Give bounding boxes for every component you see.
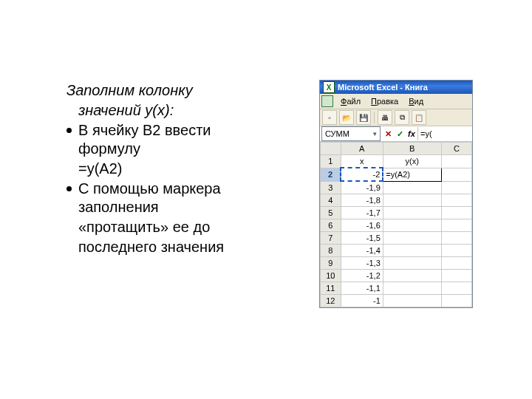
bullet-list: В ячейку В2 ввести формулу =y(A2) С помо…: [66, 121, 303, 256]
table-row: 9 -1,3: [321, 257, 472, 270]
print-icon[interactable]: 🖶: [378, 110, 392, 125]
menu-view[interactable]: Вид: [404, 97, 428, 106]
save-icon[interactable]: 💾: [356, 110, 371, 125]
name-box-text: СУММ: [325, 129, 349, 138]
table-row: 4 -1,8: [321, 194, 472, 207]
row-header[interactable]: 7: [321, 232, 341, 245]
cell-C1[interactable]: [441, 155, 471, 168]
cell[interactable]: [383, 194, 441, 207]
table-row: 2 -2 =y(A2): [321, 168, 472, 181]
table-row: 11 -1,1: [321, 282, 472, 295]
row-header[interactable]: 4: [321, 194, 341, 207]
name-box[interactable]: СУММ ▾: [321, 126, 381, 141]
row-header[interactable]: 1: [321, 155, 341, 168]
cell[interactable]: -1: [341, 295, 383, 307]
cell[interactable]: [441, 257, 471, 270]
lead-line-1: Заполним колонку: [66, 81, 303, 100]
table-row: 1 x y(x): [321, 155, 472, 168]
row-header[interactable]: 10: [321, 270, 341, 282]
cancel-icon[interactable]: ✕: [383, 129, 393, 139]
cell[interactable]: [441, 270, 471, 282]
bullet-1-line-2: формулу: [78, 140, 303, 158]
select-all-corner[interactable]: [321, 143, 341, 155]
cell[interactable]: -1,4: [341, 245, 383, 257]
cell[interactable]: [441, 245, 471, 257]
cell[interactable]: [441, 181, 471, 194]
cell[interactable]: [383, 181, 441, 194]
cell[interactable]: -1,1: [341, 282, 383, 295]
row-header[interactable]: 2: [321, 168, 341, 181]
cell[interactable]: [383, 282, 441, 295]
cell[interactable]: [383, 219, 441, 232]
cell[interactable]: [383, 270, 441, 282]
row-header[interactable]: 5: [321, 207, 341, 219]
workbook-icon: [321, 95, 333, 107]
row-header[interactable]: 3: [321, 181, 341, 194]
col-header-C[interactable]: C: [441, 143, 471, 155]
cell[interactable]: -1,3: [341, 257, 383, 270]
col-header-B[interactable]: B: [383, 143, 441, 155]
formula-bar: СУММ ▾ ✕ ✓ fx =y(: [320, 126, 472, 142]
menu-edit[interactable]: Правка: [366, 97, 403, 106]
cell[interactable]: [441, 295, 471, 307]
copy-icon[interactable]: ⧉: [395, 110, 409, 125]
cell[interactable]: [441, 207, 471, 219]
row-header[interactable]: 12: [321, 295, 341, 307]
formula-input[interactable]: =y(: [417, 127, 472, 140]
cell[interactable]: -1,7: [341, 207, 383, 219]
cell[interactable]: -1,5: [341, 232, 383, 245]
confirm-icon[interactable]: ✓: [395, 129, 405, 139]
bullet-2: С помощью маркера заполнения «протащить»…: [66, 180, 303, 256]
table-row: 12 -1: [321, 295, 472, 307]
paste-icon[interactable]: 📋: [412, 110, 426, 125]
cell-A2[interactable]: -2: [341, 168, 383, 181]
cell[interactable]: [383, 207, 441, 219]
cell[interactable]: [383, 257, 441, 270]
row-header[interactable]: 9: [321, 257, 341, 270]
cell[interactable]: -1,9: [341, 181, 383, 194]
bullet-2-line-2: заполнения: [78, 198, 303, 216]
bullet-1: В ячейку В2 ввести формулу =y(A2): [66, 121, 303, 178]
dropdown-icon[interactable]: ▾: [373, 130, 377, 137]
cell-B2-active[interactable]: =y(A2): [383, 168, 441, 181]
cell[interactable]: -1,2: [341, 270, 383, 282]
toolbar: ▫ 📂 💾 🖶 ⧉ 📋: [320, 109, 472, 126]
excel-logo-icon: X: [323, 81, 335, 93]
cell[interactable]: [383, 295, 441, 307]
window-title: Microsoft Excel - Книга: [338, 83, 428, 92]
menu-file[interactable]: Файл: [336, 97, 365, 106]
excel-window: X Microsoft Excel - Книга Файл Правка Ви…: [319, 80, 473, 308]
cell[interactable]: [441, 194, 471, 207]
cell[interactable]: [441, 232, 471, 245]
table-row: 8 -1,4: [321, 245, 472, 257]
cell-C2[interactable]: [441, 168, 471, 181]
col-header-A[interactable]: A: [341, 143, 383, 155]
bullet-1-line-3: =y(A2): [78, 160, 303, 178]
row-header[interactable]: 8: [321, 245, 341, 257]
cell[interactable]: [441, 282, 471, 295]
menu-bar: Файл Правка Вид: [320, 94, 472, 109]
table-row: 3 -1,9: [321, 181, 472, 194]
toolbar-separator: [374, 112, 375, 123]
open-icon[interactable]: 📂: [339, 110, 354, 125]
fx-icon[interactable]: fx: [406, 129, 417, 139]
cell-B1[interactable]: y(x): [383, 155, 441, 168]
bullet-2-line-4: последнего значения: [78, 238, 303, 256]
lead-line-2: значений y(x):: [78, 101, 303, 120]
cell-A1[interactable]: x: [341, 155, 383, 168]
table-row: 10 -1,2: [321, 270, 472, 282]
row-header[interactable]: 6: [321, 219, 341, 232]
column-headers-row: A B C: [321, 143, 472, 155]
cell[interactable]: [441, 219, 471, 232]
cell[interactable]: [383, 232, 441, 245]
new-icon[interactable]: ▫: [322, 110, 337, 125]
table-row: 6 -1,6: [321, 219, 472, 232]
cell[interactable]: -1,8: [341, 194, 383, 207]
cell[interactable]: -1,6: [341, 219, 383, 232]
bullet-2-line-3: «протащить» ее до: [78, 218, 303, 236]
row-header[interactable]: 11: [321, 282, 341, 295]
table-row: 5 -1,7: [321, 207, 472, 219]
spreadsheet-grid: A B C 1 x y(x) 2 -2 =y(A2) 3: [320, 142, 472, 307]
cell[interactable]: [383, 245, 441, 257]
table-row: 7 -1,5: [321, 232, 472, 245]
